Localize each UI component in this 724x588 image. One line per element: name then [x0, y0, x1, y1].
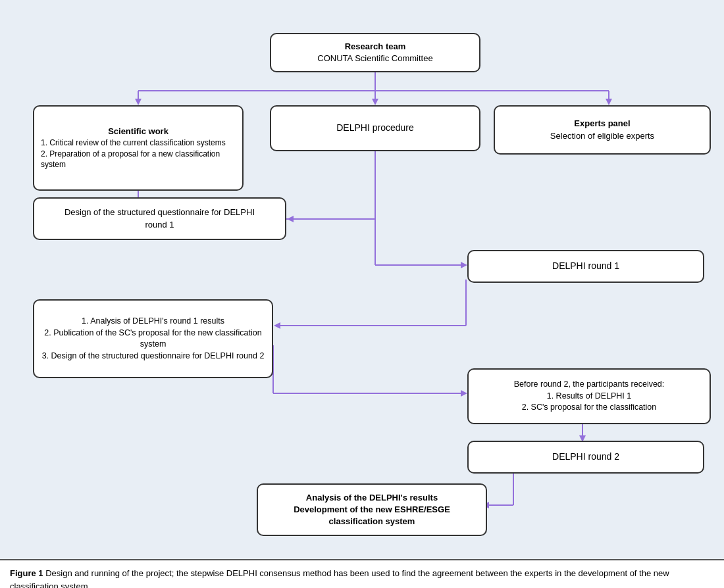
before-round2-box: Before round 2, the participants receive…	[467, 368, 711, 424]
figure-container: Research team CONUTA Scientific Committe…	[0, 0, 724, 559]
svg-marker-7	[606, 99, 612, 105]
figure-caption: Figure 1 Design and running of the proje…	[0, 559, 724, 588]
delphi-procedure-box: DELPHI procedure	[270, 105, 480, 151]
svg-marker-5	[372, 99, 378, 105]
svg-marker-12	[287, 216, 294, 222]
questionnaire1-box: Design of the structured questionnaire f…	[33, 197, 286, 240]
delphi-round2-box: DELPHI round 2	[467, 441, 704, 474]
svg-marker-16	[461, 262, 467, 268]
svg-marker-19	[274, 322, 280, 329]
analysis-box: 1. Analysis of DELPHI's round 1 results …	[33, 299, 273, 378]
figure-label: Figure 1	[10, 568, 43, 578]
diagram: Research team CONUTA Scientific Committe…	[13, 13, 711, 552]
experts-panel-box: Experts panel Selection of eligible expe…	[494, 105, 711, 155]
svg-marker-3	[135, 99, 142, 105]
analysis-results-box: Analysis of the DELPHI's results Develop…	[257, 483, 487, 536]
scientific-work-box: Scientific work 1. Critical review of th…	[33, 105, 244, 191]
caption-text: Design and running of the project; the s…	[10, 568, 669, 588]
svg-marker-22	[461, 390, 467, 397]
delphi-round1-box: DELPHI round 1	[467, 250, 704, 283]
research-team-box: Research team CONUTA Scientific Committe…	[270, 33, 480, 72]
